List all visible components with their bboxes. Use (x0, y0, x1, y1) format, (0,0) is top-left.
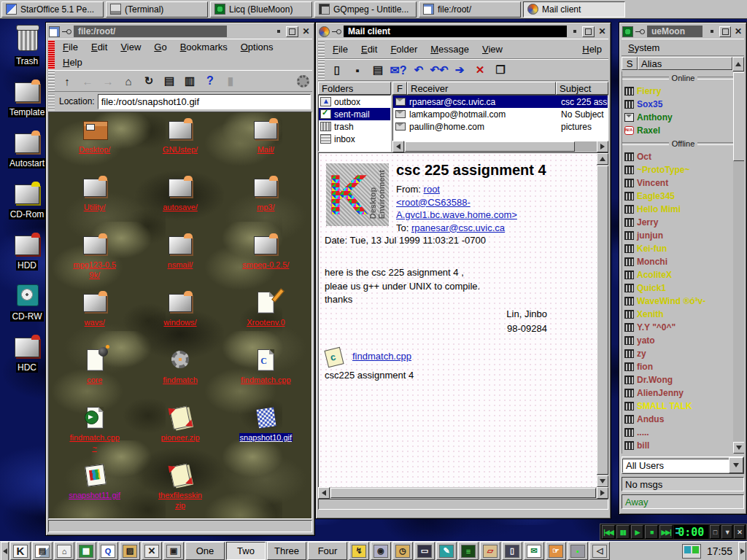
contact-row[interactable]: Oct (622, 150, 744, 163)
away-status-field[interactable]: Away (622, 494, 744, 509)
file-item[interactable]: mpg123-0.5 9k/ (52, 232, 137, 289)
mail-window-hscrollbar[interactable] (318, 488, 608, 498)
fm-titlebar[interactable]: file:/root/ ✕ (48, 25, 312, 38)
contact-row[interactable]: AcoliteX (622, 268, 744, 281)
column-header-flag[interactable]: F (392, 82, 407, 95)
mail-close-button[interactable]: ✕ (597, 27, 608, 36)
pager-desktop-button[interactable]: Three (267, 542, 306, 560)
panel-hide-right-icon[interactable] (738, 542, 746, 560)
scroll-slider[interactable] (405, 141, 575, 152)
taskbar-button[interactable]: GQmpeg - Untitle... (314, 1, 417, 18)
mail-menu-item[interactable]: Folder (384, 42, 424, 57)
taskbar-button[interactable]: (Terminal) (106, 1, 208, 18)
contact-row[interactable]: Xenith (622, 308, 744, 321)
save-icon[interactable]: ▪ (348, 61, 367, 79)
fm-locbar-grip[interactable] (48, 93, 55, 110)
mail-menu-item[interactable]: Message (424, 42, 476, 57)
desktop-icon[interactable]: HDD (4, 230, 50, 271)
contact-row[interactable]: Quick1 (622, 281, 744, 295)
folder-row[interactable]: inbox (319, 133, 390, 145)
scroll-left-icon[interactable] (318, 487, 330, 499)
file-item[interactable]: snapshot10.gif (223, 405, 309, 462)
desktop-icon[interactable]: HDC (4, 332, 50, 373)
location-input[interactable]: file:/root/snapshot10.gif (98, 94, 311, 109)
news[interactable]: ◉ (371, 542, 391, 560)
contact-row[interactable]: Raxel (622, 124, 744, 137)
scroll-right-icon[interactable] (597, 141, 608, 152)
mail-icon[interactable]: ✉ (524, 542, 544, 560)
contact-row[interactable]: Hello Mimi (622, 203, 744, 216)
scroll-down-icon[interactable] (597, 475, 608, 487)
file-item[interactable]: Mail/ (223, 117, 309, 174)
folders-header[interactable]: Folders (318, 82, 391, 95)
home-icon[interactable]: ⌂ (119, 72, 138, 90)
gqmpeg-shade-button[interactable]: ▼ (721, 525, 732, 539)
desktop-icon[interactable]: Trash (4, 26, 50, 66)
desktop-icon[interactable]: Autostart (4, 128, 50, 168)
monitor[interactable]: ▯ (502, 542, 522, 560)
file-item[interactable]: mp3/ (223, 174, 309, 232)
find-files[interactable]: Q (98, 542, 118, 560)
play[interactable]: ▶ (631, 525, 644, 539)
message-list-hscrollbar[interactable] (392, 141, 608, 152)
mail-iconify-button[interactable] (569, 27, 580, 36)
fm-close-button[interactable]: ✕ (301, 27, 311, 36)
pause[interactable]: ▮▮ (616, 525, 630, 539)
file-item[interactable]: nsmail/ (137, 232, 222, 289)
scroll-left-icon[interactable] (392, 141, 404, 152)
desktop-icon[interactable]: CD-Rom (4, 179, 50, 219)
scroll-slider[interactable] (330, 488, 596, 498)
fm-menu-item[interactable]: Options (234, 39, 280, 55)
file-item[interactable]: findmatch (137, 347, 222, 405)
klipper[interactable]: ☞ (546, 542, 566, 560)
k-menu[interactable]: K (10, 542, 31, 560)
file-item[interactable]: autosave/ (137, 174, 222, 232)
fm-iconify-button[interactable] (273, 27, 284, 36)
message-row[interactable]: rpanesar@csc.uvic.ca csc 225 assig (393, 96, 608, 108)
paint-tray[interactable]: ▱ (480, 542, 500, 560)
column-header-receiver[interactable]: Receiver (407, 82, 556, 95)
contact-row[interactable]: SMALL TALK (622, 400, 744, 413)
taskbar-button[interactable]: StarOffice 5.1 Pe... (1, 1, 104, 18)
contact-row[interactable]: Anthony (622, 111, 744, 124)
prev[interactable]: |◀◀ (602, 525, 615, 539)
licq-list-scrollbar[interactable] (733, 71, 744, 454)
file-item[interactable]: core (52, 347, 137, 405)
home-folder[interactable]: ⌂ (54, 542, 74, 560)
process-list[interactable]: ≡ (458, 542, 479, 560)
mail-maximize-button[interactable] (582, 26, 595, 37)
contact-row[interactable]: junjun (622, 229, 744, 242)
contact-row[interactable]: Sox35 (622, 98, 744, 111)
contact-row[interactable]: Andus (622, 413, 744, 426)
pager-desktop-button[interactable]: Four (308, 542, 347, 560)
reply-all-icon[interactable]: ↶↶ (430, 61, 449, 79)
from-name-link[interactable]: root (424, 184, 440, 195)
file-item[interactable]: snapshot11.gif (52, 462, 137, 519)
fm-menu-item[interactable]: Bookmarks (174, 39, 234, 55)
floppy[interactable]: ▪ (568, 542, 588, 560)
new-message-icon[interactable]: ▯ (328, 61, 347, 79)
addressbook-icon[interactable]: ❐ (491, 61, 510, 79)
up-icon[interactable]: ↑ (58, 72, 77, 90)
column-header-subject[interactable]: Subject (556, 82, 608, 95)
delete-icon[interactable]: ✕ (471, 61, 489, 79)
licq-iconify-button[interactable] (707, 27, 717, 36)
forward-icon[interactable]: ➔ (450, 61, 469, 79)
contact-row[interactable]: bill (622, 439, 744, 452)
file-item[interactable]: C findmatch.cpp (223, 347, 309, 405)
panel-hide-left-icon[interactable] (1, 542, 9, 560)
screenshot[interactable]: ▭ (414, 542, 435, 560)
fm-menu-item[interactable]: Edit (85, 39, 114, 55)
contact-row[interactable]: Y.Y "^0^" (622, 321, 744, 334)
gear-icon[interactable] (293, 72, 312, 90)
taskbar-button[interactable]: Licq (BlueMoon) (210, 1, 312, 18)
mail-menu-item[interactable]: View (476, 42, 509, 57)
licq-close-button[interactable]: ✕ (733, 27, 743, 36)
file-item[interactable]: Utility/ (52, 174, 137, 232)
fm-toolbar-grip[interactable] (48, 71, 55, 90)
to-address-link[interactable]: rpanesar@csc.uvic.ca (411, 222, 505, 233)
check-mail-icon[interactable]: ✉? (389, 61, 408, 79)
paste-icon[interactable]: ▥ (180, 72, 199, 90)
column-header-alias[interactable]: Alias (638, 57, 732, 70)
folder-row[interactable]: trash (319, 120, 390, 133)
